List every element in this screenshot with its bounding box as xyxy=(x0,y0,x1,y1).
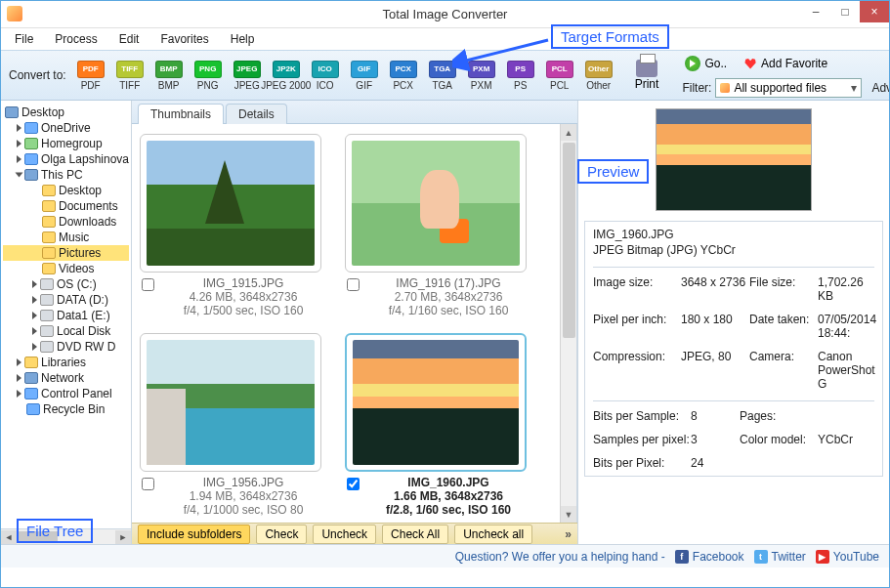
tree-item[interactable]: Videos xyxy=(3,261,129,276)
scroll-right-button[interactable]: ► xyxy=(115,530,131,544)
thumbnail-card[interactable]: IMG_1915.JPG4.26 MB, 3648x2736f/4, 1/500… xyxy=(138,134,323,317)
go-button[interactable]: Go.. xyxy=(678,53,734,74)
folder-icon xyxy=(24,357,38,368)
facebook-link[interactable]: fFacebook xyxy=(675,550,744,564)
tree-item[interactable]: Recycle Bin xyxy=(3,401,129,417)
menu-file[interactable]: File xyxy=(11,30,37,48)
menu-process[interactable]: Process xyxy=(51,30,101,48)
format-png[interactable]: PNGPNG xyxy=(191,61,225,91)
thumbnail-checkbox[interactable] xyxy=(347,478,360,490)
menu-favorites[interactable]: Favorites xyxy=(156,30,212,48)
expand-icon[interactable] xyxy=(17,358,21,366)
tree-item[interactable]: Downloads xyxy=(3,214,129,230)
expand-icon[interactable] xyxy=(32,296,37,304)
close-button[interactable]: × xyxy=(860,1,889,22)
format-tiff[interactable]: TIFFTIFF xyxy=(113,61,147,91)
tree-item[interactable]: Pictures xyxy=(3,245,129,261)
expand-icon[interactable] xyxy=(32,327,37,335)
scroll-left-button[interactable]: ◄ xyxy=(1,530,17,544)
scroll-down-button[interactable]: ▼ xyxy=(561,506,576,523)
thumbnail-checkbox[interactable] xyxy=(347,278,360,291)
thumbnail-card[interactable]: IMG_1960.JPG1.66 MB, 3648x2736f/2.8, 1/6… xyxy=(343,333,529,517)
format-pcl[interactable]: PCLPCL xyxy=(543,61,576,91)
tree-item[interactable]: Olga Lapshinova xyxy=(3,151,129,167)
format-jpeg2000[interactable]: JP2KJPEG 2000 xyxy=(270,61,303,91)
scroll-up-button[interactable]: ▲ xyxy=(561,124,576,141)
menu-edit[interactable]: Edit xyxy=(115,30,144,48)
menu-help[interactable]: Help xyxy=(227,30,259,48)
check-all-button[interactable]: Check All xyxy=(382,525,448,544)
tree-item[interactable]: OneDrive xyxy=(3,120,129,136)
content-panel: Thumbnails Details IMG_1915.JPG4.26 MB, … xyxy=(132,101,578,544)
include-subfolders-button[interactable]: Include subfolders xyxy=(138,525,250,544)
expand-icon[interactable] xyxy=(32,343,37,351)
tree-item[interactable]: Documents xyxy=(3,198,129,214)
youtube-link[interactable]: ▶YouTube xyxy=(816,550,879,564)
format-pxm[interactable]: PXMPXM xyxy=(465,61,498,91)
scroll-thumb[interactable] xyxy=(563,143,575,338)
print-label: Print xyxy=(635,77,659,91)
format-bmp[interactable]: BMPBMP xyxy=(152,61,186,91)
twitter-link[interactable]: tTwitter xyxy=(754,550,806,564)
filter-dropdown[interactable]: All supported files ▾ xyxy=(715,78,862,98)
expand-icon[interactable] xyxy=(32,312,37,319)
tree-item[interactable]: OS (C:) xyxy=(3,276,129,292)
tab-thumbnails[interactable]: Thumbnails xyxy=(138,104,224,124)
expand-icon[interactable] xyxy=(17,374,21,382)
minimize-button[interactable]: – xyxy=(801,1,830,22)
toolbar: Convert to: PDFPDFTIFFTIFFBMPBMPPNGPNGJP… xyxy=(1,50,889,101)
expand-icon[interactable] xyxy=(17,124,21,132)
format-tga[interactable]: TGATGA xyxy=(426,61,459,91)
tree-item[interactable]: Desktop xyxy=(3,183,129,198)
advanced-filter-link[interactable]: Advanced filter xyxy=(871,81,890,95)
format-ps[interactable]: PSPS xyxy=(504,61,537,91)
tree-item[interactable]: Data1 (E:) xyxy=(3,308,129,323)
check-button[interactable]: Check xyxy=(256,525,307,544)
thumbnail-card[interactable]: IMG_1956.JPG1.94 MB, 3648x2736f/4, 1/100… xyxy=(138,333,323,517)
add-favorite-label: Add Favorite xyxy=(761,57,827,70)
expand-icon[interactable] xyxy=(17,140,21,147)
tree-scrollbar[interactable]: ◄ ► xyxy=(1,528,131,544)
more-button[interactable]: » xyxy=(565,527,572,541)
tree-root[interactable]: Desktop xyxy=(3,105,129,120)
file-tree[interactable]: Desktop OneDriveHomegroupOlga Lapshinova… xyxy=(1,101,131,528)
format-pdf[interactable]: PDFPDF xyxy=(74,61,107,91)
expand-icon[interactable] xyxy=(17,390,21,398)
tree-item[interactable]: Local Disk xyxy=(3,323,129,339)
prop-cell: Color model: xyxy=(740,433,818,446)
expand-icon[interactable] xyxy=(16,173,23,178)
thumbnail-checkbox[interactable] xyxy=(142,478,154,490)
tree-item[interactable]: Music xyxy=(3,230,129,245)
expand-icon[interactable] xyxy=(17,155,21,163)
preview-image xyxy=(657,109,811,210)
prop-cell: Pages: xyxy=(740,409,818,423)
tree-item[interactable]: Homegroup xyxy=(3,136,129,151)
scroll-thumb[interactable] xyxy=(19,531,58,543)
format-label: JPEG 2000 xyxy=(261,80,311,91)
prop-cell: YCbCr xyxy=(818,433,874,446)
uncheck-button[interactable]: Uncheck xyxy=(313,525,376,544)
tree-item[interactable]: Libraries xyxy=(3,355,129,370)
tree-item[interactable]: This PC xyxy=(3,167,129,183)
format-pcx[interactable]: PCXPCX xyxy=(387,61,420,91)
tab-details[interactable]: Details xyxy=(226,104,287,124)
tree-item[interactable]: DATA (D:) xyxy=(3,292,129,308)
tree-item[interactable]: DVD RW D xyxy=(3,339,129,355)
maximize-button[interactable]: □ xyxy=(830,1,860,22)
prop-cell xyxy=(740,456,818,470)
format-other[interactable]: OtherOther xyxy=(582,61,615,91)
facebook-icon: f xyxy=(675,550,689,564)
expand-icon[interactable] xyxy=(32,280,37,288)
format-gif[interactable]: GIFGIF xyxy=(348,61,381,91)
print-button[interactable]: Print xyxy=(635,60,659,91)
vertical-scrollbar[interactable]: ▲ ▼ xyxy=(560,124,576,523)
thumbnail-checkbox[interactable] xyxy=(142,278,154,291)
add-favorite-button[interactable]: Add Favorite xyxy=(743,57,827,70)
format-ico[interactable]: ICOICO xyxy=(309,61,342,91)
format-jpeg[interactable]: JPEGJPEG xyxy=(231,61,264,91)
uncheck-all-button[interactable]: Uncheck all xyxy=(454,525,532,544)
format-badge: PCX xyxy=(390,61,417,78)
tree-item[interactable]: Control Panel xyxy=(3,386,129,401)
tree-item[interactable]: Network xyxy=(3,370,129,386)
thumbnail-card[interactable]: IMG_1916 (17).JPG2.70 MB, 3648x2736f/4, … xyxy=(343,134,529,317)
